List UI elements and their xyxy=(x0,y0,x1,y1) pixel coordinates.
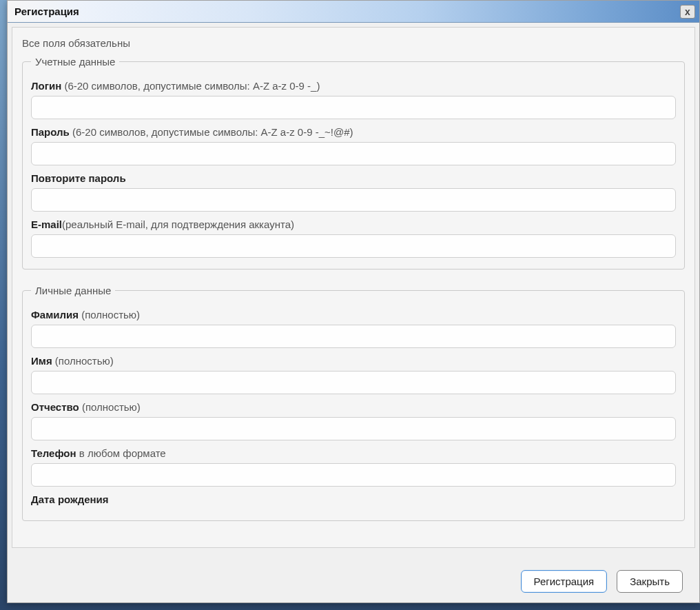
label-name-text: Имя xyxy=(31,355,52,367)
label-login: Логин (6-20 символов, допустимые символы… xyxy=(31,80,676,92)
label-patronymic: Отчество (полностью) xyxy=(31,401,676,413)
label-password-text: Пароль xyxy=(31,126,70,138)
label-phone-text: Телефон xyxy=(31,447,76,459)
field-phone: Телефон в любом формате xyxy=(31,447,676,487)
label-password-hint: (6-20 символов, допустимые символы: A-Z … xyxy=(70,126,353,138)
label-patronymic-text: Отчество xyxy=(31,401,79,413)
legend-personal: Личные данные xyxy=(31,285,115,296)
label-email-text: E-mail xyxy=(31,218,62,230)
label-phone-hint: в любом формате xyxy=(76,447,166,459)
label-login-text: Логин xyxy=(31,80,61,92)
field-patronymic: Отчество (полностью) xyxy=(31,401,676,440)
label-surname: Фамилия (полностью) xyxy=(31,309,676,321)
label-dob: Дата рождения xyxy=(31,494,676,505)
label-patronymic-hint: (полностью) xyxy=(79,401,141,413)
phone-input[interactable] xyxy=(31,463,676,487)
label-login-hint: (6-20 символов, допустимые символы: A-Z … xyxy=(61,80,320,92)
field-login: Логин (6-20 символов, допустимые символы… xyxy=(31,80,676,119)
field-password: Пароль (6-20 символов, допустимые символ… xyxy=(31,126,676,165)
legend-account: Учетные данные xyxy=(31,56,119,68)
name-input[interactable] xyxy=(31,371,676,394)
field-dob: Дата рождения xyxy=(31,494,676,505)
horizontal-scrollbar[interactable] xyxy=(12,548,695,560)
fieldset-account: Учетные данные Логин (6-20 символов, доп… xyxy=(22,56,685,270)
field-surname: Фамилия (полностью) xyxy=(31,309,676,348)
fieldset-personal: Личные данные Фамилия (полностью) Имя (п… xyxy=(22,285,685,521)
label-dob-text: Дата рождения xyxy=(31,494,109,505)
label-email: E-mail(реальный E-mail, для подтверждени… xyxy=(31,218,676,230)
titlebar: Регистрация x xyxy=(8,1,699,23)
password-input[interactable] xyxy=(31,142,676,165)
label-password-repeat: Повторите пароль xyxy=(31,172,676,184)
field-name: Имя (полностью) xyxy=(31,355,676,394)
close-button[interactable]: Закрыть xyxy=(617,570,683,593)
required-note: Все поля обязательны xyxy=(22,37,685,49)
label-name: Имя (полностью) xyxy=(31,355,676,367)
field-email: E-mail(реальный E-mail, для подтверждени… xyxy=(31,218,676,258)
password-repeat-input[interactable] xyxy=(31,188,676,212)
submit-button[interactable]: Регистрация xyxy=(521,570,608,593)
email-input[interactable] xyxy=(31,234,676,258)
label-surname-text: Фамилия xyxy=(31,309,79,321)
label-email-hint: (реальный E-mail, для подтверждения акка… xyxy=(62,218,294,230)
dialog-title: Регистрация xyxy=(14,6,79,17)
close-icon[interactable]: x xyxy=(680,5,695,19)
label-password: Пароль (6-20 символов, допустимые символ… xyxy=(31,126,676,138)
scroll-area: Все поля обязательны Учетные данные Логи… xyxy=(12,27,695,548)
label-phone: Телефон в любом формате xyxy=(31,447,676,459)
form-scroll[interactable]: Все поля обязательны Учетные данные Логи… xyxy=(12,28,694,547)
label-password-repeat-text: Повторите пароль xyxy=(31,172,126,184)
patronymic-input[interactable] xyxy=(31,417,676,440)
surname-input[interactable] xyxy=(31,325,676,348)
label-surname-hint: (полностью) xyxy=(79,309,140,321)
button-row: Регистрация Закрыть xyxy=(12,560,695,602)
field-password-repeat: Повторите пароль xyxy=(31,172,676,212)
registration-dialog: Регистрация x Все поля обязательны Учетн… xyxy=(7,0,700,603)
login-input[interactable] xyxy=(31,96,676,119)
label-name-hint: (полностью) xyxy=(52,355,114,367)
content-wrap: Все поля обязательны Учетные данные Логи… xyxy=(8,23,699,602)
